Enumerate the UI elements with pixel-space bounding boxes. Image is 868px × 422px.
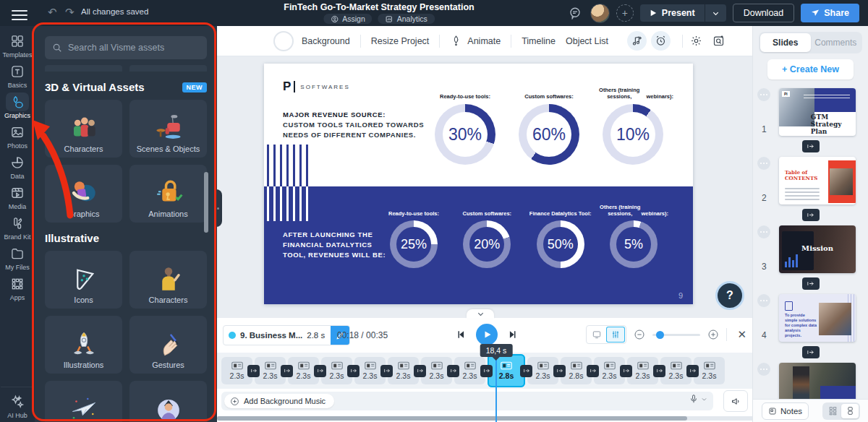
transition-icon[interactable] (553, 365, 566, 377)
slide-thumbnail-2[interactable]: Table of CONTENTS (779, 157, 856, 204)
help-button[interactable]: ? (715, 281, 744, 310)
slide-options-button[interactable] (757, 157, 770, 170)
slide-options-button[interactable] (757, 88, 770, 101)
search-input[interactable]: Search all Visme assets (45, 36, 207, 59)
sidebar-item-data[interactable]: Data (1, 153, 34, 180)
sidebar-item-my-files[interactable]: My Files (1, 244, 34, 271)
share-button[interactable]: Share (801, 4, 859, 22)
close-timeline-button[interactable]: ✕ (737, 328, 746, 341)
comments-icon[interactable] (566, 4, 584, 22)
skip-previous-button[interactable] (456, 330, 466, 340)
animate-icon[interactable] (450, 35, 462, 47)
redo-icon[interactable]: ↷ (65, 6, 75, 19)
slide-transition-icon[interactable] (802, 346, 820, 358)
sidebar-item-basics[interactable]: Basics (1, 62, 34, 89)
zoom-slider[interactable] (652, 334, 700, 336)
voiceover-button[interactable] (689, 394, 707, 404)
selected-clip-chip[interactable]: 9. Business M... 2.8 s (223, 325, 350, 345)
asset-tile-avatars[interactable]: Avatars (129, 381, 207, 422)
slide-thumbnail-row-4: 4To provide simple solutions for complex… (779, 294, 856, 342)
slide-options-button[interactable] (757, 294, 770, 307)
sidebar-item-templates[interactable]: Templates (1, 32, 34, 59)
grid-view-button[interactable] (824, 404, 841, 418)
present-options-button[interactable] (705, 4, 726, 22)
sidebar-item-media[interactable]: Media (1, 184, 34, 210)
asset-tile-scenes-objects[interactable]: Scenes & Objects (129, 100, 207, 158)
transition-icon[interactable] (281, 365, 293, 377)
slide-options-button[interactable] (757, 363, 770, 376)
skip-next-button[interactable] (508, 330, 518, 340)
screen-view-button[interactable] (587, 327, 606, 343)
sidebar-item-apps[interactable]: Apps (1, 275, 34, 301)
transition-icon[interactable] (347, 365, 359, 377)
transition-icon[interactable] (480, 365, 493, 377)
slide-transition-icon[interactable] (802, 209, 820, 221)
asset-tile-special-effects[interactable]: Special Effects (45, 381, 122, 422)
avatar[interactable] (590, 4, 610, 23)
add-collaborator-button[interactable]: + (616, 4, 634, 22)
undo-icon[interactable]: ↶ (48, 6, 57, 19)
slide-canvas[interactable]: PSOFTWARES MAJOR REVENUE SOURCE: CUSTOM … (264, 64, 693, 304)
zoom-out-button[interactable] (634, 329, 645, 340)
notes-button[interactable]: Notes (762, 402, 809, 420)
background-color-swatch[interactable] (273, 31, 294, 51)
zoom-slider-knob[interactable] (656, 331, 664, 339)
zoom-in-button[interactable] (707, 329, 719, 340)
transition-icon[interactable] (380, 365, 393, 377)
present-button[interactable]: Present (640, 4, 705, 22)
panel-collapse-handle[interactable] (214, 189, 222, 227)
horizontal-scrollbar[interactable] (217, 416, 752, 421)
preview-icon[interactable] (712, 35, 725, 47)
hamburger-menu-icon[interactable] (12, 7, 27, 23)
animate-button[interactable]: Animate (467, 36, 501, 46)
timeline-button[interactable]: Timeline (522, 36, 556, 46)
transition-icon[interactable] (447, 365, 459, 377)
slide-transition-icon[interactable] (802, 277, 820, 290)
list-view-button[interactable] (841, 404, 859, 418)
transition-icon[interactable] (414, 365, 426, 377)
slide-transition-icon[interactable] (802, 140, 820, 152)
playhead[interactable] (495, 356, 497, 422)
document-title[interactable]: FinTech Go-To-Market Strategy Presentati… (284, 2, 474, 12)
timeline-collapse-button[interactable] (467, 309, 494, 319)
background-button[interactable]: Background (302, 36, 350, 46)
analytics-button[interactable]: Analytics (378, 14, 435, 24)
timeline-view-button[interactable] (606, 327, 625, 343)
slide-thumbnail-4[interactable]: To provide simple solutions for complex … (779, 294, 856, 342)
slide-thumbnail-3[interactable]: Mission (779, 225, 856, 273)
slide-options-button[interactable] (757, 225, 770, 238)
sidebar-item-ai-hub[interactable]: AI Hub (1, 387, 34, 419)
asset-tile-animations[interactable]: Animations (129, 165, 207, 223)
play-button[interactable] (476, 324, 498, 345)
object-list-button[interactable]: Object List (566, 36, 608, 46)
asset-tile-characters[interactable]: Characters (129, 251, 207, 309)
transition-icon[interactable] (587, 365, 599, 377)
sidebar-item-brand-kit[interactable]: Brand Kit (1, 214, 34, 241)
asset-tile-illustrations[interactable]: Illustrations (45, 316, 122, 374)
tab-slides[interactable]: Slides (760, 33, 811, 52)
download-button[interactable]: Download (733, 4, 795, 22)
music-plus-icon[interactable] (627, 31, 647, 51)
transition-icon[interactable] (520, 365, 532, 377)
panel-scrollbar[interactable] (204, 172, 208, 233)
transition-icon[interactable] (314, 365, 326, 377)
asset-tile-characters[interactable]: Characters (45, 100, 122, 158)
volume-button[interactable] (723, 390, 748, 412)
slide-thumbnail-1[interactable]: PIGTM Strategy Plan (779, 88, 856, 136)
transition-icon[interactable] (653, 365, 665, 377)
asset-tile-icons[interactable]: Icons (45, 251, 122, 309)
transition-icon[interactable] (686, 365, 699, 377)
assign-button[interactable]: Assign (323, 14, 373, 24)
add-background-music-button[interactable]: Add Background Music (224, 394, 334, 408)
transition-icon[interactable] (620, 365, 632, 377)
alarm-icon[interactable] (651, 31, 671, 51)
create-new-slide-button[interactable]: + Create New (767, 59, 854, 79)
resize-project-button[interactable]: Resize Project (371, 36, 430, 46)
tab-comments[interactable]: Comments (811, 33, 861, 52)
asset-tile-graphics[interactable]: Graphics (45, 165, 122, 223)
gear-icon[interactable] (690, 35, 702, 47)
transition-icon[interactable] (247, 365, 260, 377)
asset-tile-gestures[interactable]: Gestures (129, 316, 207, 374)
sidebar-item-graphics[interactable]: Graphics (1, 92, 34, 119)
sidebar-item-photos[interactable]: Photos (1, 123, 34, 150)
